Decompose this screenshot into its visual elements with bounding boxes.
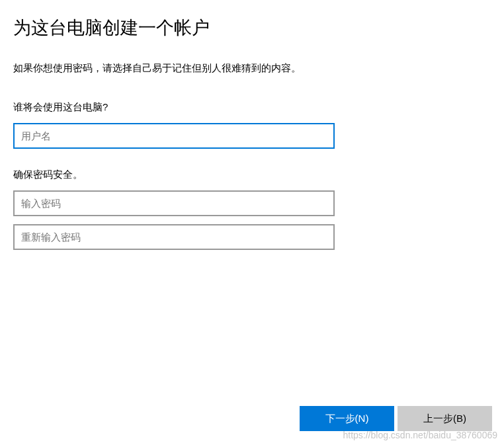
watermark-text: https://blog.csdn.net/baidu_38760069 bbox=[343, 430, 497, 440]
back-button[interactable]: 上一步(B) bbox=[398, 406, 492, 431]
description-text: 如果你想使用密码，请选择自己易于记住但别人很难猜到的内容。 bbox=[13, 62, 491, 75]
next-button[interactable]: 下一步(N) bbox=[300, 406, 394, 431]
page-title: 为这台电脑创建一个帐户 bbox=[13, 16, 491, 40]
password-input[interactable] bbox=[13, 190, 335, 216]
username-input[interactable] bbox=[13, 123, 335, 149]
button-bar: 下一步(N) 上一步(B) bbox=[300, 406, 492, 431]
who-section-label: 谁将会使用这台电脑? bbox=[13, 101, 491, 114]
password-section-label: 确保密码安全。 bbox=[13, 169, 491, 181]
confirm-password-input[interactable] bbox=[13, 224, 335, 250]
